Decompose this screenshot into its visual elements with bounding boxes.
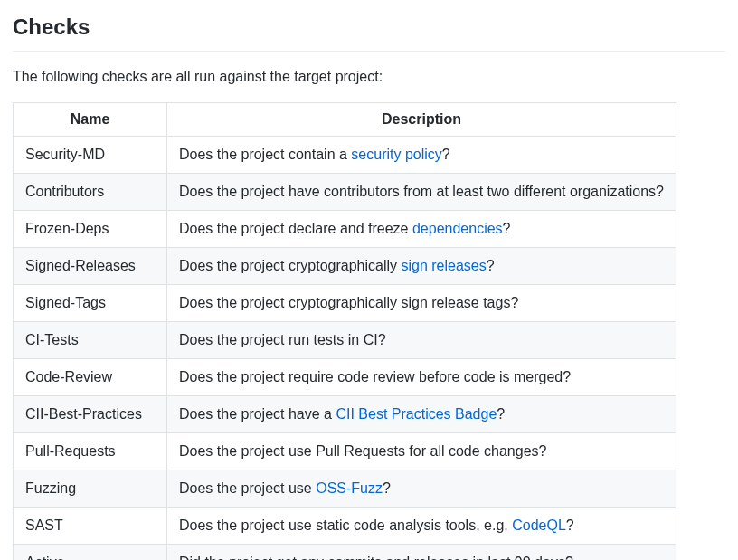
check-description: Does the project cryptographically sign … xyxy=(167,248,676,285)
table-row: ContributorsDoes the project have contri… xyxy=(14,174,676,211)
description-link[interactable]: OSS-Fuzz xyxy=(316,480,383,496)
check-name: Contributors xyxy=(14,174,167,211)
table-row: FuzzingDoes the project use OSS-Fuzz? xyxy=(14,470,676,508)
table-row: Code-ReviewDoes the project require code… xyxy=(14,359,676,396)
check-description: Does the project contain a security poli… xyxy=(167,137,676,174)
check-description: Does the project require code review bef… xyxy=(167,359,676,396)
intro-text: The following checks are all run against… xyxy=(13,66,725,88)
check-name: Signed-Tags xyxy=(14,285,167,322)
check-description: Does the project have contributors from … xyxy=(167,174,676,211)
table-header-row: Name Description xyxy=(14,103,676,137)
check-name: Fuzzing xyxy=(14,470,167,508)
check-name: Code-Review xyxy=(14,359,167,396)
check-name: Active xyxy=(14,545,167,561)
check-description: Does the project use static code analysi… xyxy=(167,508,676,545)
table-row: CII-Best-PracticesDoes the project have … xyxy=(14,396,676,433)
check-description: Did the project get any commits and rele… xyxy=(167,545,676,561)
check-name: Pull-Requests xyxy=(14,433,167,470)
check-name: Frozen-Deps xyxy=(14,211,167,248)
check-description: Does the project use OSS-Fuzz? xyxy=(167,470,676,508)
checks-table: Name Description Security-MDDoes the pro… xyxy=(13,102,725,560)
table-row: Pull-RequestsDoes the project use Pull R… xyxy=(14,433,676,470)
check-description: Does the project declare and freeze depe… xyxy=(167,211,676,248)
check-description: Does the project use Pull Requests for a… xyxy=(167,433,676,470)
check-name: CII-Best-Practices xyxy=(14,396,167,433)
table-row: CI-TestsDoes the project run tests in CI… xyxy=(14,322,676,359)
table-row: SASTDoes the project use static code ana… xyxy=(14,508,676,545)
table-row: ActiveDid the project get any commits an… xyxy=(14,545,676,561)
description-link[interactable]: dependencies xyxy=(412,221,503,236)
description-link[interactable]: CII Best Practices Badge xyxy=(336,406,497,422)
description-link[interactable]: security policy xyxy=(351,147,441,162)
check-description: Does the project have a CII Best Practic… xyxy=(167,396,676,433)
table-row: Security-MDDoes the project contain a se… xyxy=(14,137,676,174)
table-row: Frozen-DepsDoes the project declare and … xyxy=(14,211,676,248)
check-name: CI-Tests xyxy=(14,322,167,359)
check-description: Does the project run tests in CI? xyxy=(167,322,676,359)
table-row: Signed-TagsDoes the project cryptographi… xyxy=(14,285,676,322)
section-heading: Checks xyxy=(13,11,725,52)
header-description: Description xyxy=(167,103,676,137)
table-row: Signed-ReleasesDoes the project cryptogr… xyxy=(14,248,676,285)
description-link[interactable]: CodeQL xyxy=(512,517,566,533)
header-name: Name xyxy=(14,103,167,137)
check-name: Security-MD xyxy=(14,137,167,174)
check-name: Signed-Releases xyxy=(14,248,167,285)
check-description: Does the project cryptographically sign … xyxy=(167,285,676,322)
check-name: SAST xyxy=(14,508,167,545)
description-link[interactable]: sign releases xyxy=(401,258,486,273)
